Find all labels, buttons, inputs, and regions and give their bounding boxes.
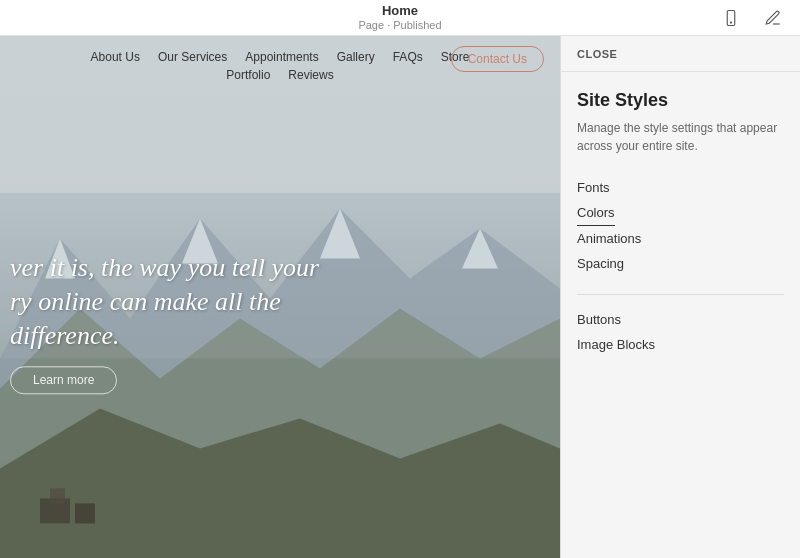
edit-icon[interactable] (758, 3, 788, 33)
mobile-preview-icon[interactable] (716, 3, 746, 33)
nav-about[interactable]: About Us (91, 50, 140, 64)
page-status: Page · Published (358, 19, 441, 32)
nav-appointments[interactable]: Appointments (245, 50, 318, 64)
main-area: About Us Our Services Appointments Galle… (0, 36, 800, 558)
contact-us-button[interactable]: Contact Us (451, 46, 544, 72)
nav-services[interactable]: Our Services (158, 50, 227, 64)
panel-item-animations[interactable]: Animations (577, 226, 784, 251)
close-button[interactable]: CLOSE (577, 48, 617, 60)
nav-gallery[interactable]: Gallery (337, 50, 375, 64)
hero-heading: ver it is, the way you tell your ry onli… (10, 251, 319, 352)
nav-portfolio[interactable]: Portfolio (226, 68, 270, 82)
panel-section-2: Buttons Image Blocks (577, 307, 784, 357)
top-bar-icons (716, 3, 788, 33)
svg-rect-12 (75, 503, 95, 523)
panel-description: Manage the style settings that appear ac… (577, 119, 784, 155)
panel-item-colors[interactable]: Colors (577, 200, 615, 226)
svg-rect-11 (50, 488, 65, 503)
panel-title: Site Styles (577, 90, 784, 111)
top-bar: Home Page · Published (0, 0, 800, 36)
panel-top-bar: CLOSE (561, 36, 800, 72)
preview-area: About Us Our Services Appointments Galle… (0, 36, 560, 558)
panel-divider (577, 294, 784, 295)
panel-item-fonts[interactable]: Fonts (577, 175, 784, 200)
nav-reviews[interactable]: Reviews (288, 68, 333, 82)
panel-content: Site Styles Manage the style settings th… (561, 72, 800, 558)
right-panel: CLOSE Site Styles Manage the style setti… (560, 36, 800, 558)
nav-faqs[interactable]: FAQs (393, 50, 423, 64)
panel-item-buttons[interactable]: Buttons (577, 307, 784, 332)
site-nav: About Us Our Services Appointments Galle… (0, 36, 560, 90)
nav-links-row1: About Us Our Services Appointments Galle… (91, 50, 470, 64)
nav-links-row2: Portfolio Reviews (226, 68, 333, 82)
panel-section-1: Fonts Colors Animations Spacing (577, 175, 784, 276)
learn-more-button[interactable]: Learn more (10, 367, 117, 395)
panel-item-image-blocks[interactable]: Image Blocks (577, 332, 784, 357)
hero-background: About Us Our Services Appointments Galle… (0, 36, 560, 558)
page-info: Home Page · Published (358, 3, 441, 32)
page-title: Home (358, 3, 441, 19)
svg-point-1 (730, 21, 731, 22)
hero-text: ver it is, the way you tell your ry onli… (0, 251, 329, 394)
panel-item-spacing[interactable]: Spacing (577, 251, 784, 276)
